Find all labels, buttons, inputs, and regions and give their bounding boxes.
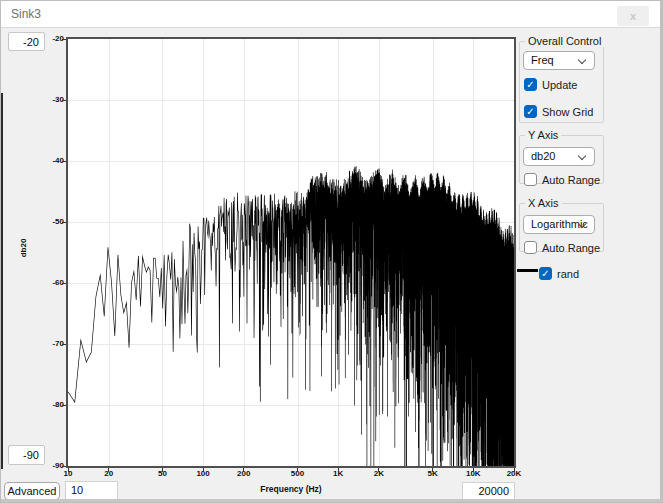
y-tick-mark xyxy=(62,344,66,345)
y-auto-range-checkbox[interactable]: Auto Range xyxy=(524,170,600,184)
y-tick-label: -60 xyxy=(31,278,64,287)
x-axis-dropdown[interactable]: Logarithmic xyxy=(523,215,595,234)
x-tick-mark xyxy=(162,468,163,472)
y-tick-mark xyxy=(62,283,66,284)
x-tick-mark xyxy=(68,468,69,472)
y-tick-mark xyxy=(62,161,66,162)
x-tick-mark xyxy=(243,468,244,472)
x-tick-mark xyxy=(473,468,474,472)
y-tick-label: -80 xyxy=(31,400,64,409)
x-tick-mark xyxy=(338,468,339,472)
x-tick-mark xyxy=(514,468,515,472)
overall-control-dropdown[interactable]: Freq xyxy=(523,51,595,70)
legend-series-label: rand xyxy=(557,268,579,280)
x-tick-mark xyxy=(108,468,109,472)
y-tick-mark xyxy=(62,100,66,101)
checkbox-icon xyxy=(524,173,537,186)
checkbox-icon: ✓ xyxy=(524,105,537,118)
y-axis-dropdown-value: db20 xyxy=(531,150,555,162)
x-tick-mark xyxy=(203,468,204,472)
update-checkbox[interactable]: ✓Update xyxy=(524,75,577,89)
y-auto-range-label: Auto Range xyxy=(542,174,600,186)
overall-control-dropdown-value: Freq xyxy=(531,54,554,66)
update-checkbox-label: Update xyxy=(542,79,577,91)
x-min-edit[interactable]: 10 xyxy=(65,481,118,500)
chevron-down-icon xyxy=(578,152,586,160)
window-title: Sink3 xyxy=(11,7,41,21)
x-auto-range-checkbox[interactable]: Auto Range xyxy=(524,238,600,252)
y-axis-title: db20 xyxy=(19,227,33,269)
x-max-edit[interactable]: 20000 xyxy=(462,482,515,500)
legend-rand-checkbox[interactable]: ✓rand xyxy=(539,264,579,278)
checkbox-icon: ✓ xyxy=(524,78,537,91)
spectrum-plot xyxy=(68,39,514,466)
x-auto-range-label: Auto Range xyxy=(542,242,600,254)
x-tick-mark xyxy=(432,468,433,472)
y-axis-dropdown[interactable]: db20 xyxy=(523,147,595,166)
checkbox-icon xyxy=(524,241,537,254)
y-tick-label: -30 xyxy=(31,95,64,104)
legend-line-swatch xyxy=(517,269,538,272)
chevron-down-icon xyxy=(578,56,586,64)
x-axis-title: Frequency (Hz) xyxy=(191,484,391,494)
y-tick-mark xyxy=(62,222,66,223)
window-bottom-edge xyxy=(1,499,662,502)
x-tick-mark xyxy=(378,468,379,472)
y-tick-mark xyxy=(62,405,66,406)
y-tick-label: -50 xyxy=(31,217,64,226)
sink3-window: Sink3 x -20 -90 db20 Frequency (Hz) 1020… xyxy=(0,0,663,503)
show-grid-checkbox-label: Show Grid xyxy=(542,106,593,118)
y-tick-label: -20 xyxy=(31,34,64,43)
plot-frame xyxy=(66,37,516,468)
y-tick-mark xyxy=(62,466,66,467)
x-tick-mark xyxy=(297,468,298,472)
window-right-edge xyxy=(660,1,662,502)
y-axis-group-title: Y Axis xyxy=(525,129,561,141)
checkbox-icon: ✓ xyxy=(539,267,552,280)
y-tick-label: -40 xyxy=(31,156,64,165)
y-tick-mark xyxy=(62,39,66,40)
advanced-button[interactable]: Advanced xyxy=(4,482,60,500)
titlebar[interactable]: Sink3 x xyxy=(1,1,662,28)
close-icon[interactable]: x xyxy=(617,6,649,26)
y-tick-label: -70 xyxy=(31,339,64,348)
overall-control-title: Overall Control xyxy=(525,35,604,47)
y-tick-label: -90 xyxy=(31,461,64,470)
background-window-edge xyxy=(1,93,3,469)
show-grid-checkbox[interactable]: ✓Show Grid xyxy=(524,102,593,116)
x-axis-group-title: X Axis xyxy=(525,197,562,209)
